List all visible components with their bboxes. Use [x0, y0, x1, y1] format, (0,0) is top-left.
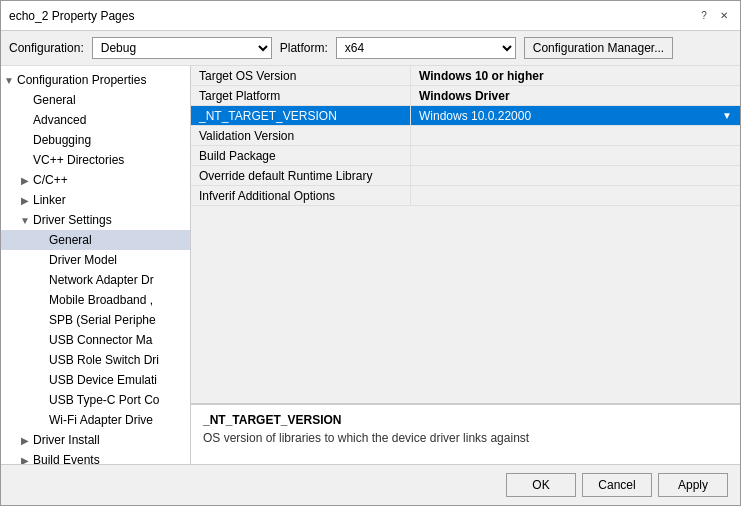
- prop-name-target-os-version: Target OS Version: [191, 66, 411, 85]
- prop-value-text-target-os-version: Windows 10 or higher: [419, 69, 544, 83]
- tree-label-driver-general: General: [49, 233, 92, 247]
- description-title: _NT_TARGET_VERSION: [203, 413, 728, 427]
- platform-select[interactable]: x64: [336, 37, 516, 59]
- tree-label-wifi-adapter: Wi-Fi Adapter Drive: [49, 413, 153, 427]
- tree-item-advanced[interactable]: Advanced: [1, 110, 190, 130]
- tree-label-usb-role-switch: USB Role Switch Dri: [49, 353, 159, 367]
- prop-name-validation-version: Validation Version: [191, 126, 411, 145]
- properties-table: Target OS VersionWindows 10 or higherTar…: [191, 66, 740, 404]
- description-panel: _NT_TARGET_VERSION OS version of librari…: [191, 404, 740, 464]
- config-row: Configuration: Debug Platform: x64 Confi…: [1, 31, 740, 66]
- prop-row-build-package[interactable]: Build Package: [191, 146, 740, 166]
- cancel-button[interactable]: Cancel: [582, 473, 652, 497]
- prop-row-target-platform[interactable]: Target PlatformWindows Driver: [191, 86, 740, 106]
- prop-value-override-runtime: [411, 166, 740, 185]
- prop-name-override-runtime: Override default Runtime Library: [191, 166, 411, 185]
- tree-item-build-events[interactable]: ▶Build Events: [1, 450, 190, 464]
- tree-item-network-adapter[interactable]: Network Adapter Dr: [1, 270, 190, 290]
- tree-item-driver-model[interactable]: Driver Model: [1, 250, 190, 270]
- prop-name-build-package: Build Package: [191, 146, 411, 165]
- right-panel: Target OS VersionWindows 10 or higherTar…: [191, 66, 740, 464]
- prop-value-build-package: [411, 146, 740, 165]
- tree-label-usb-connector: USB Connector Ma: [49, 333, 152, 347]
- tree-panel: ▼Configuration PropertiesGeneralAdvanced…: [1, 66, 191, 464]
- tree-label-driver-settings: Driver Settings: [33, 213, 112, 227]
- prop-row-override-runtime[interactable]: Override default Runtime Library: [191, 166, 740, 186]
- tree-label-driver-model: Driver Model: [49, 253, 117, 267]
- tree-label-mobile-broadband: Mobile Broadband ,: [49, 293, 153, 307]
- prop-row-target-os-version[interactable]: Target OS VersionWindows 10 or higher: [191, 66, 740, 86]
- tree-item-usb-role-switch[interactable]: USB Role Switch Dri: [1, 350, 190, 370]
- prop-value-nt-target-version: Windows 10.0.22000▼: [411, 106, 740, 125]
- prop-value-text-target-platform: Windows Driver: [419, 89, 510, 103]
- tree-label-usb-device-emul: USB Device Emulati: [49, 373, 157, 387]
- tree-expand-icon-cpp: ▶: [17, 175, 33, 186]
- description-text: OS version of libraries to which the dev…: [203, 431, 728, 445]
- prop-row-nt-target-version[interactable]: _NT_TARGET_VERSIONWindows 10.0.22000▼: [191, 106, 740, 126]
- tree-label-general: General: [33, 93, 76, 107]
- tree-label-debugging: Debugging: [33, 133, 91, 147]
- tree-item-config-properties[interactable]: ▼Configuration Properties: [1, 70, 190, 90]
- tree-expand-icon-linker: ▶: [17, 195, 33, 206]
- dialog: echo_2 Property Pages ? ✕ Configuration:…: [0, 0, 741, 506]
- tree-label-network-adapter: Network Adapter Dr: [49, 273, 154, 287]
- main-content: ▼Configuration PropertiesGeneralAdvanced…: [1, 66, 740, 464]
- tree-label-advanced: Advanced: [33, 113, 86, 127]
- tree-item-vcpp-dirs[interactable]: VC++ Directories: [1, 150, 190, 170]
- prop-name-target-platform: Target Platform: [191, 86, 411, 105]
- prop-row-infverif-options[interactable]: Infverif Additional Options: [191, 186, 740, 206]
- prop-value-target-os-version: Windows 10 or higher: [411, 66, 740, 85]
- tree-item-mobile-broadband[interactable]: Mobile Broadband ,: [1, 290, 190, 310]
- tree-label-vcpp-dirs: VC++ Directories: [33, 153, 124, 167]
- prop-value-target-platform: Windows Driver: [411, 86, 740, 105]
- tree-label-linker: Linker: [33, 193, 66, 207]
- tree-item-driver-settings[interactable]: ▼Driver Settings: [1, 210, 190, 230]
- tree-item-driver-install[interactable]: ▶Driver Install: [1, 430, 190, 450]
- tree-item-usb-device-emul[interactable]: USB Device Emulati: [1, 370, 190, 390]
- tree-item-driver-general[interactable]: General: [1, 230, 190, 250]
- tree-item-spb-serial[interactable]: SPB (Serial Periphe: [1, 310, 190, 330]
- tree-expand-icon-config-properties: ▼: [1, 75, 17, 86]
- tree-label-driver-install: Driver Install: [33, 433, 100, 447]
- help-button[interactable]: ?: [696, 8, 712, 24]
- prop-row-validation-version[interactable]: Validation Version: [191, 126, 740, 146]
- tree-item-general[interactable]: General: [1, 90, 190, 110]
- tree-item-linker[interactable]: ▶Linker: [1, 190, 190, 210]
- tree-label-config-properties: Configuration Properties: [17, 73, 146, 87]
- apply-button[interactable]: Apply: [658, 473, 728, 497]
- tree-expand-icon-build-events: ▶: [17, 455, 33, 465]
- prop-value-text-nt-target-version: Windows 10.0.22000: [419, 109, 531, 123]
- tree-label-usb-typec: USB Type-C Port Co: [49, 393, 159, 407]
- prop-value-infverif-options: [411, 186, 740, 205]
- config-label: Configuration:: [9, 41, 84, 55]
- tree-expand-icon-driver-settings: ▼: [17, 215, 33, 226]
- tree-label-cpp: C/C++: [33, 173, 68, 187]
- tree-item-usb-connector[interactable]: USB Connector Ma: [1, 330, 190, 350]
- prop-name-nt-target-version: _NT_TARGET_VERSION: [191, 106, 411, 125]
- configuration-select[interactable]: Debug: [92, 37, 272, 59]
- title-bar: echo_2 Property Pages ? ✕: [1, 1, 740, 31]
- configuration-manager-button[interactable]: Configuration Manager...: [524, 37, 673, 59]
- dropdown-arrow-icon-nt-target-version[interactable]: ▼: [722, 110, 732, 121]
- tree-label-build-events: Build Events: [33, 453, 100, 464]
- tree-item-wifi-adapter[interactable]: Wi-Fi Adapter Drive: [1, 410, 190, 430]
- prop-value-validation-version: [411, 126, 740, 145]
- title-bar-controls: ? ✕: [696, 8, 732, 24]
- tree-item-usb-typec[interactable]: USB Type-C Port Co: [1, 390, 190, 410]
- platform-label: Platform:: [280, 41, 328, 55]
- prop-name-infverif-options: Infverif Additional Options: [191, 186, 411, 205]
- window-title: echo_2 Property Pages: [9, 9, 134, 23]
- footer: OK Cancel Apply: [1, 464, 740, 505]
- ok-button[interactable]: OK: [506, 473, 576, 497]
- tree-item-debugging[interactable]: Debugging: [1, 130, 190, 150]
- tree-expand-icon-driver-install: ▶: [17, 435, 33, 446]
- tree-item-cpp[interactable]: ▶C/C++: [1, 170, 190, 190]
- tree-label-spb-serial: SPB (Serial Periphe: [49, 313, 156, 327]
- close-button[interactable]: ✕: [716, 8, 732, 24]
